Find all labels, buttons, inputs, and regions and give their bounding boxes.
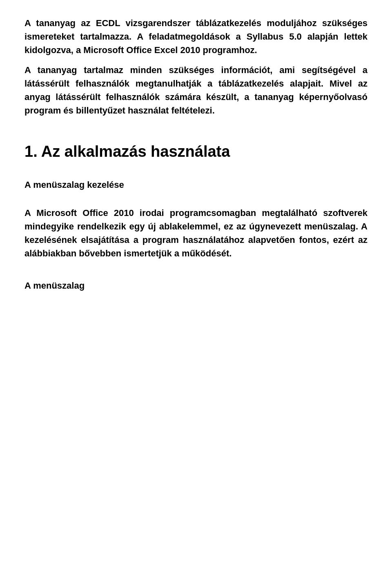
- section-1-heading: 1. Az alkalmazás használata: [24, 142, 368, 162]
- page-content: A tananyag az ECDL vizsgarendszer tábláz…: [24, 16, 368, 291]
- intro-paragraph-2: A tananyag tartalmaz minden szükséges in…: [24, 63, 368, 117]
- section-1: 1. Az alkalmazás használata A menüszalag…: [24, 142, 368, 291]
- bottom-label: A menüszalag: [24, 280, 368, 291]
- section-1-paragraph-1: A Microsoft Office 2010 irodai programcs…: [24, 206, 368, 260]
- intro-paragraph-1: A tananyag az ECDL vizsgarendszer tábláz…: [24, 16, 368, 57]
- subsection-label: A menüszalag kezelése: [24, 178, 368, 191]
